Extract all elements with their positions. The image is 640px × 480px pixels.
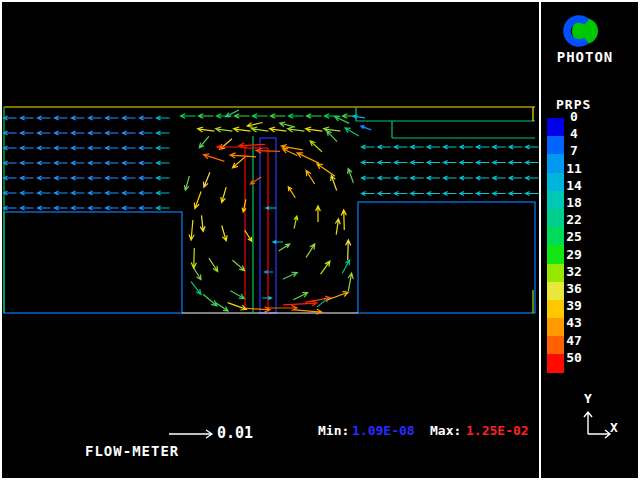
vector-arrow (493, 176, 506, 180)
vector-arrow (140, 176, 153, 180)
vector-arrow (526, 176, 539, 180)
vector-arrow (38, 206, 51, 210)
vector-arrow (394, 176, 407, 180)
vector-arrow (209, 258, 218, 271)
vector-arrow (394, 192, 407, 196)
vector-arrow (335, 117, 350, 124)
vector-arrow (283, 272, 298, 279)
vector-arrow (427, 161, 440, 165)
vector-arrow (460, 192, 473, 196)
vector-arrow (123, 131, 136, 135)
vector-arrow (444, 161, 457, 165)
vector-arrow (106, 206, 119, 210)
vector-arrow (460, 161, 473, 165)
vector-arrow (123, 146, 136, 150)
vector-arrow (55, 161, 68, 165)
vector-arrow (106, 131, 119, 135)
vector-arrow (38, 191, 51, 195)
vector-arrow (106, 191, 119, 195)
legend-tick-label: 32 (560, 264, 588, 279)
vector-arrow (362, 145, 375, 149)
vector-arrow (216, 303, 228, 311)
vector-arrow (306, 171, 315, 185)
vector-arrow (72, 191, 85, 195)
vector-arrow (263, 297, 272, 300)
vector-arrow (4, 131, 17, 135)
vector-arrow (362, 176, 375, 180)
vector-arrow (204, 172, 210, 187)
vector-arrow (72, 161, 85, 165)
photon-logo-icon (562, 11, 602, 51)
vector-arrow (38, 146, 51, 150)
vector-arrow (106, 146, 119, 150)
vector-arrow (191, 248, 196, 268)
vector-arrow (267, 305, 297, 310)
scale-value: 0.01 (217, 424, 253, 442)
vector-arrow (327, 131, 337, 142)
app-title: PHOTON (553, 49, 617, 65)
vector-arrow (427, 145, 440, 149)
vector-arrow (235, 114, 250, 119)
vector-arrow (89, 131, 102, 135)
vector-arrow (378, 161, 391, 165)
vector-arrow (353, 115, 365, 119)
legend-tick-label: 22 (560, 212, 588, 227)
vector-arrow (181, 114, 196, 119)
vector-arrow (157, 131, 170, 135)
vector-arrow (106, 116, 119, 120)
vector-arrow (38, 176, 51, 180)
vector-arrow (411, 176, 424, 180)
vector-arrow (306, 127, 323, 132)
flow-block-outline (4, 212, 182, 313)
max-value: 1.25E-02 (466, 423, 529, 438)
vector-arrow (55, 191, 68, 195)
vector-arrow (239, 143, 265, 148)
vector-arrow (204, 154, 225, 162)
vector-arrow (221, 187, 226, 202)
vector-arrow (21, 146, 34, 150)
vector-arrow (200, 215, 205, 231)
vector-arrow (427, 176, 440, 180)
vector-arrow (306, 244, 315, 258)
vector-arrow (4, 191, 17, 195)
vector-arrow (199, 136, 209, 148)
vector-arrow (493, 145, 506, 149)
vector-arrow (157, 161, 170, 165)
vector-arrow (427, 192, 440, 196)
vector-arrow (307, 114, 322, 119)
legend-tick-label: 50 (560, 350, 588, 365)
vector-arrow (106, 161, 119, 165)
vector-arrow (89, 116, 102, 120)
vector-arrow (411, 192, 424, 196)
vector-arrow (526, 161, 539, 165)
vector-arrow (328, 292, 349, 300)
vector-arrow (157, 146, 170, 150)
vector-arrow (266, 207, 276, 210)
vector-arrow (346, 240, 351, 260)
vector-arrow (4, 176, 17, 180)
legend-tick-label: 25 (560, 229, 588, 244)
legend-tick-label: 4 (560, 126, 588, 141)
vector-arrow (361, 126, 371, 130)
vector-arrow (38, 116, 51, 120)
axis-indicator-icon (580, 404, 618, 440)
vector-arrow (72, 146, 85, 150)
vector-arrow (228, 303, 247, 310)
vector-arrow (89, 191, 102, 195)
scale-arrow-icon (168, 428, 216, 440)
legend-tick-label: 43 (560, 315, 588, 330)
vector-arrow (123, 116, 136, 120)
vector-arrow (378, 145, 391, 149)
vector-arrow (55, 176, 68, 180)
vector-arrow (140, 161, 153, 165)
legend-tick-label: 0 (560, 109, 588, 124)
vector-arrow (72, 116, 85, 120)
legend-tick-label: 14 (560, 178, 588, 193)
vector-arrow (288, 127, 305, 132)
vector-arrow (476, 176, 489, 180)
vector-arrow (21, 206, 34, 210)
vector-arrow (234, 127, 251, 132)
vector-arrow (342, 260, 349, 273)
vector-arrow (526, 145, 539, 149)
vector-arrow (271, 114, 286, 119)
